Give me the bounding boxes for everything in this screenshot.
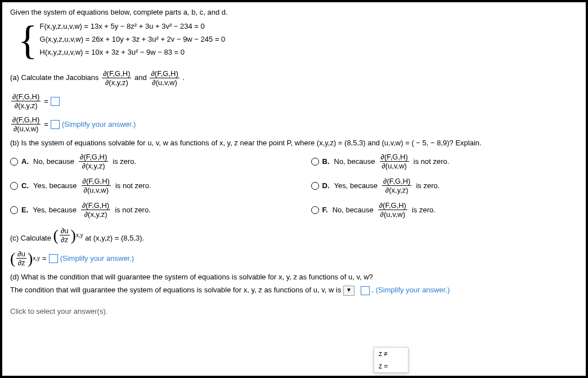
choice-b[interactable]: B. No, because ∂(F,G,H)∂(u,v,w) is not z…	[311, 153, 578, 170]
problem-instruction: Given the system of equations below, com…	[10, 8, 578, 16]
choice-f[interactable]: F. No, because ∂(F,G,H)∂(u,v,w) is zero.	[311, 201, 578, 219]
part-d-question: (d) What is the condition that will guar…	[10, 273, 578, 281]
choice-d[interactable]: D. Yes, because ∂(F,G,H)∂(x,y,z) is zero…	[311, 177, 578, 194]
radio-icon	[10, 158, 18, 166]
part-b-choices: A. No, because ∂(F,G,H)∂(x,y,z) is zero.…	[10, 153, 578, 219]
simplify-hint: (Simplify your answer.)	[376, 286, 450, 294]
choice-c[interactable]: C. Yes, because ∂(F,G,H)∂(u,v,w) is not …	[10, 177, 277, 194]
simplify-hint: (Simplify your answer.)	[62, 120, 136, 128]
condition-value-input[interactable]	[361, 286, 370, 295]
part-c-input[interactable]	[49, 254, 58, 263]
radio-icon	[10, 182, 18, 190]
jacobian-uvw-input[interactable]	[51, 120, 60, 129]
choice-e[interactable]: E. Yes, because ∂(F,G,H)∂(x,y,z) is not …	[10, 201, 277, 219]
equation-g: G(x,y,z,u,v,w) = 26x + 10y + 3z + 3u² + …	[40, 35, 226, 43]
simplify-hint: (Simplify your answer.)	[60, 254, 134, 263]
radio-icon	[311, 206, 319, 214]
equation-f: F(x,y,z,u,v,w) = 13x + 5y − 8z² + 3u + 3…	[40, 22, 226, 30]
part-b-prompt: (b) Is the system of equations solvable …	[10, 139, 578, 147]
part-d-answer-line: The condition that will guarantee the sy…	[10, 286, 578, 296]
dropdown-option-eq[interactable]: z =	[374, 360, 408, 372]
radio-icon	[10, 206, 18, 214]
choice-a[interactable]: A. No, because ∂(F,G,H)∂(x,y,z) is zero.	[10, 153, 277, 170]
left-brace-icon: {	[18, 20, 38, 60]
jacobian-xyz-input-row: ∂(F,G,H) ∂(x,y,z) =	[10, 92, 578, 110]
jacobian-uvw-input-row: ∂(F,G,H) ∂(u,v,w) = (Simplify your answe…	[10, 115, 578, 133]
footer-instruction[interactable]: Click to select your answer(s).	[10, 307, 578, 315]
radio-icon	[311, 182, 319, 190]
jacobian-xyz-input[interactable]	[51, 97, 60, 106]
radio-icon	[311, 158, 319, 166]
equation-h: H(x,y,z,u,v,w) = 10x + 3z + 3u² − 9w − 8…	[40, 48, 226, 56]
dropdown-option-neq[interactable]: z ≠	[374, 348, 408, 360]
part-c-prompt: (c) Calculate ( ∂u∂z ) x,y at (x,y,z) = …	[10, 226, 578, 244]
equation-system: { F(x,y,z,u,v,w) = 13x + 5y − 8z² + 3u +…	[18, 21, 578, 61]
condition-dropdown[interactable]: ▼	[343, 286, 354, 296]
part-c-answer-row: ( ∂u∂z ) x,y = (Simplify your answer.)	[10, 250, 578, 267]
part-a-prompt: (a) Calculate the Jacobians ∂(F,G,H) ∂(x…	[10, 69, 578, 87]
dropdown-menu: z ≠ z =	[374, 347, 409, 373]
